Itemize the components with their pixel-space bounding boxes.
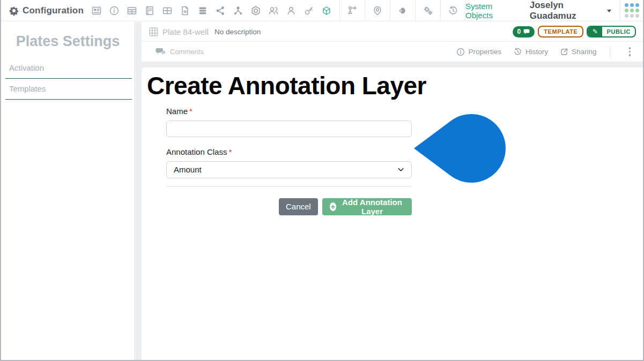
document-icon[interactable] <box>180 5 190 16</box>
apps-grid-icon <box>625 3 639 18</box>
speech-bubble-icon <box>523 29 530 34</box>
properties-button[interactable]: Properties <box>456 48 501 56</box>
chevron-down-icon <box>607 10 611 12</box>
top-navigation-bar: Configuration System Objects <box>1 0 643 21</box>
info-icon[interactable] <box>109 5 120 16</box>
template-badge[interactable]: TEMPLATE <box>538 26 583 37</box>
pointer-annotation <box>414 114 506 183</box>
form-buttons: Cancel + Add Annotation Layer <box>166 198 412 215</box>
comments-count-badge[interactable]: 0 <box>513 26 535 37</box>
plate-description: No description <box>214 28 261 36</box>
plus-icon: + <box>330 202 336 211</box>
tool-icon-cells <box>339 0 465 21</box>
apps-grid-button[interactable] <box>620 0 643 21</box>
journal-icon[interactable] <box>144 5 155 16</box>
annotation-class-value: Amount <box>174 165 202 174</box>
pencil-icon: ✎ <box>588 27 602 36</box>
cube-icon[interactable] <box>321 5 332 16</box>
share-icon[interactable] <box>215 5 226 16</box>
properties-label: Properties <box>468 48 501 56</box>
sharing-icon <box>560 48 568 56</box>
sidebar-item-activation[interactable]: Activation <box>5 58 132 79</box>
comments-label: Comments <box>170 48 204 56</box>
name-input[interactable] <box>166 121 412 137</box>
plate-header-row: Plate 84-well No description 0 TEMPLATE … <box>142 22 643 42</box>
plates-settings-sidebar: Plates Settings Activation Templates <box>1 22 135 360</box>
history-button[interactable]: History <box>513 47 548 56</box>
sidebar-title: Plates Settings <box>1 33 135 50</box>
user-name: Joselyn Guadamuz <box>530 0 603 21</box>
sidebar-list: Activation Templates <box>5 58 132 100</box>
app-window: Configuration System Objects <box>0 0 644 361</box>
users-icon[interactable] <box>268 5 279 16</box>
comments-button[interactable]: Comments <box>156 48 204 56</box>
required-asterisk: * <box>228 147 232 156</box>
system-objects-link[interactable]: System Objects <box>465 2 516 20</box>
sidebar-item-templates[interactable]: Templates <box>5 79 132 100</box>
history-label: History <box>525 48 548 56</box>
history-clock-icon <box>513 47 522 56</box>
cancel-button[interactable]: Cancel <box>279 198 318 215</box>
more-options-button[interactable] <box>622 44 638 59</box>
main-area: Plate 84-well No description 0 TEMPLATE … <box>136 22 643 360</box>
right-tools: Properties History Sharing <box>456 44 638 59</box>
divider <box>610 46 610 58</box>
chevron-down-icon <box>397 166 405 174</box>
form-divider <box>166 186 412 187</box>
user-menu[interactable]: Joselyn Guadamuz <box>530 0 611 21</box>
topbar-right: System Objects Joselyn Guadamuz <box>465 0 643 21</box>
public-badge-label: PUBLIC <box>602 27 635 36</box>
plate-grid-icon <box>149 27 158 36</box>
page-title: Create Annotation Layer <box>147 72 643 100</box>
add-annotation-layer-label: Add Annotation Layer <box>340 198 404 216</box>
public-badge[interactable]: ✎ PUBLIC <box>587 26 636 37</box>
hexagon-badge-icon[interactable] <box>250 5 261 16</box>
hierarchy-icon[interactable] <box>233 5 243 16</box>
create-annotation-layer-form: Name* Annotation Class* Amount Cancel + … <box>166 107 412 215</box>
comments-icon <box>156 48 166 56</box>
table-columns-icon[interactable] <box>162 5 173 16</box>
key-icon[interactable] <box>304 5 314 16</box>
required-asterisk: * <box>189 107 193 116</box>
content-card: Create Annotation Layer Name* Annotation… <box>142 67 643 360</box>
user-icon[interactable] <box>286 5 297 16</box>
module-icon-bar <box>91 5 332 16</box>
badges: 0 TEMPLATE ✎ PUBLIC <box>513 26 636 37</box>
table-icon[interactable] <box>127 5 137 16</box>
plate-title: Plate 84-well <box>162 27 209 36</box>
add-annotation-layer-button[interactable]: + Add Annotation Layer <box>322 198 412 215</box>
app-title: Configuration <box>23 5 84 16</box>
sharing-label: Sharing <box>572 48 597 56</box>
annotation-class-label: Annotation Class* <box>166 147 412 156</box>
properties-info-icon <box>456 48 465 56</box>
gear-icon <box>9 5 19 16</box>
workflow-icon[interactable] <box>339 0 365 21</box>
actions-bar: Comments Properties History Sharing <box>142 42 643 62</box>
name-label: Name* <box>166 107 412 116</box>
location-pin-icon[interactable] <box>365 0 390 21</box>
comments-count: 0 <box>517 28 521 35</box>
tag-icon[interactable] <box>390 0 415 21</box>
history-icon[interactable] <box>440 0 465 21</box>
annotation-class-select[interactable]: Amount <box>166 161 412 178</box>
sharing-button[interactable]: Sharing <box>560 48 597 56</box>
database-icon[interactable] <box>197 5 208 16</box>
form-icon[interactable] <box>91 5 102 16</box>
gears-icon[interactable] <box>415 0 440 21</box>
